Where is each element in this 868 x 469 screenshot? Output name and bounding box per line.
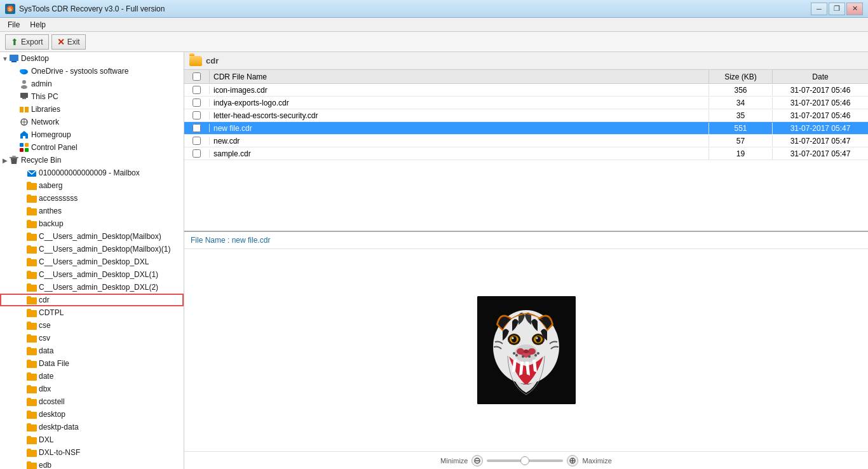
folder-icon [27, 447, 37, 458]
tree-item-desktop-folder[interactable]: desktop [0, 408, 184, 421]
desktop-icon [9, 53, 19, 64]
tree-label: csv [39, 334, 50, 343]
tree-item-csv[interactable]: csv [0, 332, 184, 344]
file-date-3: 31-07-2017 05:47 [773, 123, 868, 134]
svg-point-35 [524, 350, 529, 353]
folder-icon [27, 333, 37, 343]
tree-label: Libraries [31, 105, 60, 114]
tree-item-c-dxl2[interactable]: C__Users_admin_Desktop_DXL(2) [0, 281, 184, 294]
menu-file[interactable]: File [3, 19, 25, 31]
file-size-5: 19 [709, 148, 773, 160]
tree-item-cdtpl[interactable]: CDTPL [0, 306, 184, 319]
tree-item-mailbox[interactable]: 0100000000000009 - Mailbox [0, 167, 184, 179]
folder-icon [27, 180, 37, 191]
file-size-2: 35 [709, 110, 773, 121]
tree-item-dbx[interactable]: dbx [0, 383, 184, 395]
tree-item-c-dxl1[interactable]: C__Users_admin_Desktop_DXL(1) [0, 268, 184, 281]
tree-item-admin[interactable]: admin [0, 78, 184, 90]
tree-item-c-mailbox1[interactable]: C__Users_admin_Desktop(Mailbox)(1) [0, 243, 184, 255]
tree-item-date[interactable]: date [0, 370, 184, 383]
file-check-0[interactable] [184, 86, 210, 94]
tree-item-anthes[interactable]: anthes [0, 205, 184, 217]
menu-help[interactable]: Help [25, 19, 51, 31]
tree-item-accessssss[interactable]: accessssss [0, 192, 184, 205]
tree-label: anthes [39, 207, 62, 215]
svg-point-36 [515, 354, 518, 357]
tree-item-dxl[interactable]: DXL [0, 433, 184, 446]
file-check-2[interactable] [184, 111, 210, 119]
zoom-in-button[interactable] [567, 455, 578, 466]
file-check-1[interactable] [184, 99, 210, 107]
control-icon [19, 142, 29, 153]
recycle-icon [9, 155, 19, 165]
tree-item-dcostell[interactable]: dcostell [0, 395, 184, 408]
tree-item-dxl-nsf[interactable]: DXL-to-NSF [0, 446, 184, 459]
file-row-5[interactable]: sample.cdr 19 31-07-2017 05:47 [184, 147, 868, 160]
tree-label: backup [39, 219, 64, 228]
close-button[interactable]: ✕ [846, 3, 863, 15]
tree-item-controlpanel[interactable]: Control Panel [0, 141, 184, 154]
svg-rect-16 [25, 143, 29, 147]
zoom-out-button[interactable] [471, 455, 483, 466]
file-size-3: 551 [709, 123, 773, 134]
minimize-button[interactable]: ─ [811, 3, 827, 15]
tree-item-desktop[interactable]: ▼ Desktop [0, 52, 184, 65]
tree-label: dbx [39, 384, 51, 393]
tree-item-data[interactable]: data [0, 344, 184, 357]
folder-icon [27, 320, 37, 330]
export-button[interactable]: ⬆ Export [5, 34, 49, 50]
tree-item-onedrive[interactable]: OneDrive - systools software [0, 65, 184, 78]
tree-item-backup[interactable]: backup [0, 217, 184, 230]
file-row-2[interactable]: letter-head-escorts-security.cdr 35 31-0… [184, 109, 868, 122]
tree-label: C__Users_admin_Desktop(Mailbox)(1) [39, 245, 170, 254]
tree-item-recyclebin[interactable]: ▶ Recycle Bin [0, 154, 184, 167]
tree-label: date [39, 372, 53, 381]
tree-item-c-dxl[interactable]: C__Users_admin_Desktop_DXL [0, 255, 184, 268]
file-row-3[interactable]: new file.cdr 551 31-07-2017 05:47 [184, 122, 868, 135]
tree-item-datafile[interactable]: Data File [0, 357, 184, 370]
folder-icon [27, 435, 37, 445]
title-bar: S SysTools CDR Recovery v3.0 - Full vers… [0, 0, 868, 18]
svg-rect-17 [20, 148, 24, 152]
tree-item-libraries[interactable]: Libraries [0, 103, 184, 116]
file-check-3[interactable] [184, 124, 210, 132]
tree-item-cdr[interactable]: cdr [0, 294, 184, 306]
file-row-0[interactable]: icon-images.cdr 356 31-07-2017 05:46 [184, 84, 868, 97]
tree-item-homegroup[interactable]: Homegroup [0, 128, 184, 141]
svg-rect-10 [20, 107, 24, 112]
tree-item-network[interactable]: Network [0, 116, 184, 128]
expand-icon: ▼ [1, 55, 9, 62]
zoom-slider[interactable] [487, 459, 563, 462]
tiger-preview-image [477, 296, 576, 404]
tree-item-c-mailbox[interactable]: C__Users_admin_Desktop(Mailbox) [0, 230, 184, 243]
tree-item-edb[interactable]: edb [0, 459, 184, 469]
tree-scroll[interactable]: ▼ Desktop OneDrive - systools software [0, 52, 184, 469]
file-row-1[interactable]: indya-exports-logo.cdr 34 31-07-2017 05:… [184, 97, 868, 109]
tree-item-cse[interactable]: cse [0, 319, 184, 332]
left-panel: ▼ Desktop OneDrive - systools software [0, 52, 184, 469]
tree-item-aaberg[interactable]: aaberg [0, 179, 184, 192]
file-check-4[interactable] [184, 137, 210, 145]
window-title: SysTools CDR Recovery v3.0 - Full versio… [19, 4, 811, 13]
tree-item-thispc[interactable]: This PC [0, 90, 184, 103]
file-check-5[interactable] [184, 149, 210, 158]
file-name-5: sample.cdr [210, 148, 709, 160]
tree-label: cdr [39, 296, 50, 304]
folder-icon [27, 358, 37, 369]
select-all-checkbox[interactable] [193, 72, 201, 81]
zoom-thumb[interactable] [520, 456, 529, 465]
file-row-4[interactable]: new.cdr 57 31-07-2017 05:47 [184, 135, 868, 147]
tree-label: dcostell [39, 397, 65, 406]
tree-label: C__Users_admin_Desktop_DXL(2) [39, 283, 158, 292]
exit-icon: ✕ [57, 37, 65, 47]
tree-item-desktpdata[interactable]: desktp-data [0, 421, 184, 433]
onedrive-icon [19, 66, 29, 76]
restore-button[interactable]: ❐ [829, 3, 845, 15]
exit-button[interactable]: ✕ Exit [51, 34, 86, 50]
name-col-header: CDR File Name [210, 70, 709, 83]
file-name-2: letter-head-escorts-security.cdr [210, 110, 709, 121]
svg-point-40 [513, 352, 515, 355]
file-list-container[interactable]: CDR File Name Size (KB) Date icon-images… [184, 70, 868, 232]
toolbar: ⬆ Export ✕ Exit [0, 32, 868, 52]
network-icon [19, 117, 29, 127]
